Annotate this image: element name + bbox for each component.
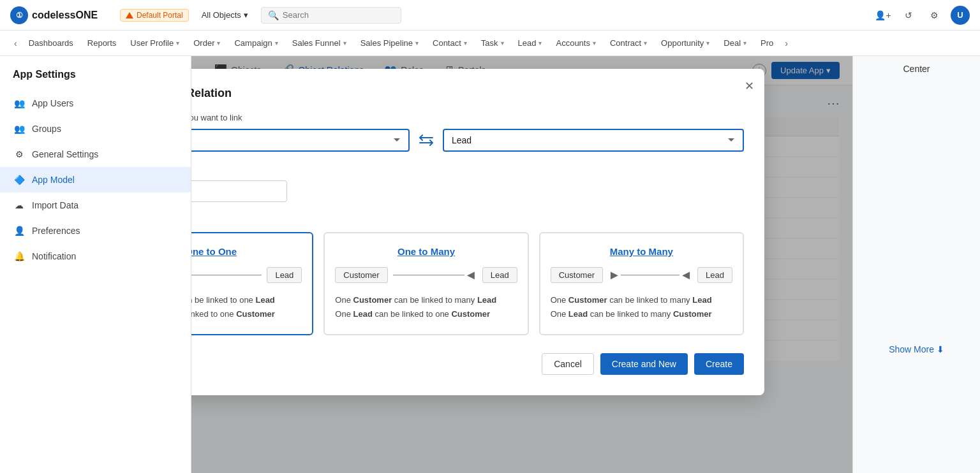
cardinality-one-to-many[interactable]: One to Many Customer ◄ Lead One Customer… bbox=[323, 232, 528, 335]
nav-deal[interactable]: Deal▾ bbox=[717, 31, 753, 56]
card-obj2-otm: Lead bbox=[482, 267, 517, 283]
nav-prev-arrow[interactable]: ‹ bbox=[10, 38, 21, 48]
object1-select[interactable]: Customer Lead Sales Pipeline Opportunity bbox=[191, 129, 410, 152]
center-label: Center bbox=[903, 64, 930, 74]
object2-select[interactable]: Lead Customer Sales Pipeline Opportunity bbox=[443, 129, 744, 152]
nav-dashboards[interactable]: Dashboards bbox=[22, 31, 80, 56]
many-to-many-title[interactable]: Many to Many bbox=[551, 246, 732, 257]
create-and-new-button[interactable]: Create and New bbox=[600, 353, 688, 375]
relation-name-row: Relation Name bbox=[191, 164, 744, 202]
arrow-left-icon: ◄ bbox=[464, 268, 477, 282]
chevron-down-icon: ▾ bbox=[217, 40, 220, 47]
nav-order[interactable]: Order▾ bbox=[187, 31, 226, 56]
modal-footer: Cancel Create and New Create bbox=[191, 353, 744, 375]
settings-icon[interactable]: ⚙ bbox=[925, 6, 943, 24]
chevron-down-icon: ▾ bbox=[644, 40, 647, 47]
card-obj1-otm: Customer bbox=[335, 267, 387, 283]
chevron-down-icon: ▾ bbox=[275, 40, 278, 47]
all-objects-dropdown[interactable]: All Objects ▾ bbox=[197, 8, 253, 22]
sidebar-item-app-model[interactable]: 🔷 App Model bbox=[0, 167, 191, 193]
card-obj1-mtm: Customer bbox=[551, 267, 603, 283]
sidebar-item-preferences[interactable]: 👤 Preferences bbox=[0, 218, 191, 244]
nav-campaign[interactable]: Campaign▾ bbox=[228, 31, 284, 56]
sidebar-title: App Settings bbox=[0, 69, 191, 91]
sidebar-item-app-users[interactable]: 👥 App Users bbox=[0, 91, 191, 116]
notification-icon: 🔔 bbox=[13, 250, 26, 263]
avatar[interactable]: U bbox=[951, 6, 970, 25]
sidebar: App Settings 👥 App Users 👥 Groups ⚙ Gene… bbox=[0, 56, 191, 473]
chevron-down-icon: ▾ bbox=[538, 40, 542, 47]
arrow-left-icon: ◄ bbox=[679, 268, 692, 282]
many-to-many-desc: One Customer can be linked to many Lead … bbox=[551, 293, 732, 321]
relation-name-label: Relation Name bbox=[191, 164, 744, 174]
nav-sales-funnel[interactable]: Sales Funnel▾ bbox=[286, 31, 353, 56]
content-area: ⬛ Objects 🔗 Object Relations 👥 Roles 🖥 P… bbox=[191, 56, 852, 473]
nav-contract[interactable]: Contract▾ bbox=[604, 31, 653, 56]
one-to-one-title[interactable]: One to One bbox=[191, 246, 302, 257]
cardinality-many-to-many[interactable]: Many to Many Customer ► ◄ Lead One Custo bbox=[539, 232, 744, 335]
topbar: ① codelessONE Default Portal All Objects… bbox=[0, 0, 980, 31]
search-icon: 🔍 bbox=[268, 10, 279, 20]
chevron-down-icon: ▾ bbox=[706, 40, 709, 47]
nav-task[interactable]: Task▾ bbox=[475, 31, 510, 56]
many-to-many-visual: Customer ► ◄ Lead bbox=[551, 267, 732, 283]
main-layout: App Settings 👥 App Users 👥 Groups ⚙ Gene… bbox=[0, 56, 980, 473]
chevron-down-icon: ▾ bbox=[343, 40, 346, 47]
preferences-icon: 👤 bbox=[13, 224, 26, 237]
chevron-down-icon: ▾ bbox=[501, 40, 504, 47]
nav-pro[interactable]: Pro bbox=[754, 31, 780, 56]
search-bar[interactable]: 🔍 bbox=[261, 7, 401, 24]
chevron-down-icon: ▾ bbox=[743, 40, 746, 47]
one-to-one-visual: Customer Lead bbox=[191, 267, 302, 283]
nav-accounts[interactable]: Accounts▾ bbox=[549, 31, 602, 56]
cardinality-label: Choose cardinality bbox=[191, 215, 744, 224]
sidebar-item-general-settings[interactable]: ⚙ General Settings bbox=[0, 142, 191, 167]
nav-next-arrow[interactable]: › bbox=[781, 38, 792, 48]
portal-label: Default Portal bbox=[137, 11, 183, 20]
add-user-icon[interactable]: 👤+ bbox=[874, 6, 892, 24]
chevron-down-icon: ▾ bbox=[244, 10, 248, 20]
one-to-many-title[interactable]: One to Many bbox=[335, 246, 517, 257]
nav-opportunity[interactable]: Opportunity▾ bbox=[655, 31, 716, 56]
object-selectors: Customer Lead Sales Pipeline Opportunity… bbox=[191, 129, 744, 152]
chevron-down-icon: ⬇ bbox=[937, 344, 944, 354]
topbar-right: 👤+ ↺ ⚙ U bbox=[874, 6, 970, 25]
history-icon[interactable]: ↺ bbox=[900, 6, 917, 24]
relation-name-input[interactable] bbox=[191, 180, 287, 202]
chevron-down-icon: ▾ bbox=[593, 40, 596, 47]
swap-icon[interactable] bbox=[417, 134, 435, 147]
search-input[interactable] bbox=[283, 10, 385, 20]
portal-triangle-icon bbox=[126, 12, 133, 18]
logo-icon: ① bbox=[10, 6, 28, 24]
navbar: ‹ Dashboards Reports User Profile▾ Order… bbox=[0, 31, 980, 56]
logo: ① codelessONE bbox=[10, 6, 112, 24]
modal-close-button[interactable]: ✕ bbox=[745, 79, 754, 93]
one-to-many-visual: Customer ◄ Lead bbox=[335, 267, 517, 283]
show-more-label[interactable]: Show More bbox=[889, 344, 934, 354]
sidebar-item-import-data[interactable]: ☁ Import Data bbox=[0, 193, 191, 218]
gear-icon: ⚙ bbox=[13, 148, 26, 161]
preferences-label: Preferences bbox=[32, 226, 80, 236]
nav-reports[interactable]: Reports bbox=[81, 31, 123, 56]
nav-lead[interactable]: Lead▾ bbox=[512, 31, 549, 56]
logo-text: codelessONE bbox=[32, 10, 98, 21]
cancel-button[interactable]: Cancel bbox=[542, 353, 594, 375]
users-icon: 👥 bbox=[13, 97, 26, 110]
chevron-down-icon: ▾ bbox=[415, 40, 419, 47]
portal-badge[interactable]: Default Portal bbox=[120, 9, 189, 22]
sidebar-item-notification[interactable]: 🔔 Notification bbox=[0, 244, 191, 269]
groups-icon: 👥 bbox=[13, 122, 26, 135]
choose-objects-label: Choose two Objects you want to link bbox=[191, 113, 744, 122]
modal-overlay: Create Object Relation ✕ Choose two Obje… bbox=[191, 56, 852, 473]
nav-user-profile[interactable]: User Profile▾ bbox=[124, 31, 186, 56]
cardinality-one-to-one[interactable]: One to One Customer Lead One Customer ca… bbox=[191, 232, 313, 335]
create-button[interactable]: Create bbox=[694, 353, 744, 375]
card-obj2-mtm: Lead bbox=[697, 267, 732, 283]
nav-contact[interactable]: Contact▾ bbox=[426, 31, 473, 56]
chevron-down-icon: ▾ bbox=[176, 40, 179, 47]
chevron-down-icon: ▾ bbox=[464, 40, 467, 47]
cardinality-cards: One to One Customer Lead One Customer ca… bbox=[191, 232, 744, 335]
nav-sales-pipeline[interactable]: Sales Pipeline▾ bbox=[354, 31, 425, 56]
right-panel: Center Show More ⬇ bbox=[852, 56, 980, 473]
sidebar-item-groups[interactable]: 👥 Groups bbox=[0, 116, 191, 142]
